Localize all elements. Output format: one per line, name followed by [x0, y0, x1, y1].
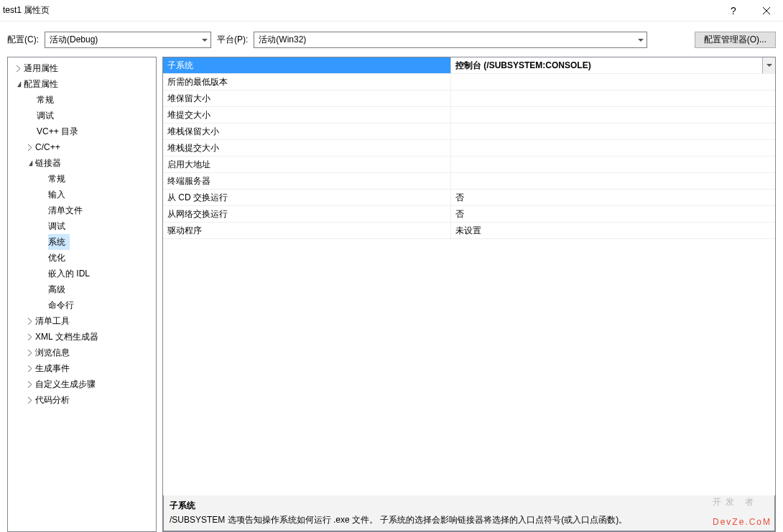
property-name: 从 CD 交换运行 [163, 190, 450, 205]
tree-item-label: 系统 [48, 234, 70, 250]
property-value[interactable]: 未设置 [450, 223, 775, 238]
property-row[interactable]: 所需的最低版本 [163, 74, 775, 90]
property-row[interactable]: 从 CD 交换运行否 [163, 190, 775, 206]
tree-item[interactable]: 高级 [8, 281, 156, 297]
tree-item-label: C/C++ [35, 139, 65, 155]
property-row[interactable]: 终端服务器 [163, 173, 775, 190]
chevron-down-icon [15, 81, 22, 88]
chevron-right-icon [24, 334, 35, 340]
tree-item[interactable]: 清单工具 [8, 313, 156, 329]
dropdown-button[interactable] [762, 57, 775, 73]
tree-item[interactable]: 调试 [8, 108, 156, 123]
tree-item-label: 清单文件 [48, 202, 87, 218]
tree-item[interactable]: 配置属性 [8, 76, 156, 92]
chevron-down-icon [202, 39, 208, 42]
description-body: /SUBSYSTEM 选项告知操作系统如何运行 .exe 文件。 子系统的选择会… [170, 513, 769, 526]
property-row[interactable]: 启用大地址 [163, 157, 775, 173]
config-row: 配置(C): 活动(Debug) 平台(P): 活动(Win32) 配置管理器(… [0, 22, 783, 57]
tree-item[interactable]: 通用属性 [8, 60, 156, 76]
property-row[interactable]: 堆保留大小 [163, 90, 775, 107]
tree-item-label: 代码分析 [35, 392, 74, 408]
platform-combo[interactable]: 活动(Win32) [254, 32, 647, 48]
tree-item[interactable]: 常规 [8, 171, 156, 187]
tree-item[interactable]: 生成事件 [8, 360, 156, 376]
property-value[interactable] [450, 173, 775, 189]
tree-item[interactable]: 嵌入的 IDL [8, 266, 156, 281]
tree-item-label: 浏览信息 [35, 345, 74, 360]
tree-item-label: 调试 [48, 218, 70, 234]
tree-item[interactable]: XML 文档生成器 [8, 329, 156, 345]
chevron-down-icon [24, 160, 35, 167]
tree-item[interactable]: 命令行 [8, 297, 156, 313]
chevron-right-icon [24, 381, 35, 388]
property-value[interactable] [450, 74, 775, 90]
tree-item-label: 配置属性 [24, 76, 62, 92]
property-value[interactable] [450, 157, 775, 172]
property-value[interactable]: 否 [450, 190, 775, 205]
property-value[interactable] [450, 123, 775, 139]
property-row[interactable]: 驱动程序未设置 [163, 223, 775, 239]
tree-item-label: 嵌入的 IDL [48, 266, 94, 281]
property-name: 堆栈保留大小 [163, 123, 450, 139]
tree-item[interactable]: 输入 [8, 187, 156, 202]
property-row[interactable]: 堆提交大小 [163, 107, 775, 123]
config-combo[interactable]: 活动(Debug) [45, 32, 211, 48]
chevron-right-icon [27, 318, 33, 325]
tree-item-label: 常规 [48, 171, 70, 187]
tree-panel: 通用属性配置属性常规调试VC++ 目录C/C++链接器常规输入清单文件调试系统优… [7, 57, 157, 532]
tree-item-label: 链接器 [35, 155, 65, 171]
chevron-right-icon [27, 144, 33, 151]
config-combo-value: 活动(Debug) [50, 34, 98, 46]
property-name: 子系统 [163, 57, 450, 73]
property-name: 终端服务器 [163, 173, 450, 189]
tree-item[interactable]: 清单文件 [8, 202, 156, 218]
tree-item[interactable]: 优化 [8, 250, 156, 266]
right-panel: 子系统控制台 (/SUBSYSTEM:CONSOLE)所需的最低版本堆保留大小堆… [162, 57, 776, 532]
tree-item-label: 命令行 [48, 297, 78, 313]
tree-item-label: 清单工具 [35, 313, 74, 329]
tree-item[interactable]: 常规 [8, 92, 156, 108]
property-row[interactable]: 子系统控制台 (/SUBSYSTEM:CONSOLE) [163, 57, 775, 74]
tree-item-label: 调试 [37, 108, 58, 123]
main-area: 通用属性配置属性常规调试VC++ 目录C/C++链接器常规输入清单文件调试系统优… [0, 57, 783, 532]
platform-label: 平台(P): [217, 34, 248, 46]
chevron-right-icon [24, 144, 35, 151]
config-manager-button[interactable]: 配置管理器(O)... [695, 32, 776, 48]
tree-item[interactable]: 系统 [8, 234, 156, 250]
tree-item-label: XML 文档生成器 [35, 329, 103, 345]
property-row[interactable]: 堆栈保留大小 [163, 123, 775, 140]
property-value[interactable]: 控制台 (/SUBSYSTEM:CONSOLE) [450, 57, 775, 73]
property-name: 堆提交大小 [163, 107, 450, 123]
help-button[interactable]: ? [717, 0, 750, 22]
property-row[interactable]: 堆栈提交大小 [163, 140, 775, 157]
close-button[interactable] [750, 0, 783, 22]
property-value[interactable] [450, 140, 775, 156]
tree-item[interactable]: VC++ 目录 [8, 123, 156, 139]
chevron-right-icon [27, 397, 33, 403]
property-value[interactable] [450, 107, 775, 123]
config-label: 配置(C): [7, 34, 39, 46]
tree-item[interactable]: C/C++ [8, 139, 156, 155]
chevron-right-icon [27, 334, 33, 340]
tree-item[interactable]: 代码分析 [8, 392, 156, 408]
tree-item-label: VC++ 目录 [37, 123, 83, 139]
chevron-right-icon [24, 397, 35, 403]
tree-item[interactable]: 浏览信息 [8, 345, 156, 360]
chevron-down-icon [766, 64, 772, 67]
tree-item[interactable]: 自定义生成步骤 [8, 376, 156, 392]
tree-item-label: 生成事件 [35, 360, 74, 376]
property-value[interactable]: 否 [450, 206, 775, 222]
chevron-right-icon [24, 318, 35, 325]
property-grid: 子系统控制台 (/SUBSYSTEM:CONSOLE)所需的最低版本堆保留大小堆… [162, 57, 776, 532]
tree-item-label: 高级 [48, 281, 70, 297]
tree-item[interactable]: 链接器 [8, 155, 156, 171]
titlebar: test1 属性页 ? [0, 0, 783, 22]
property-value[interactable] [450, 90, 775, 106]
window-title: test1 属性页 [0, 4, 717, 17]
tree-item[interactable]: 调试 [8, 218, 156, 234]
property-name: 堆栈提交大小 [163, 140, 450, 156]
property-name: 所需的最低版本 [163, 74, 450, 90]
property-row[interactable]: 从网络交换运行否 [163, 206, 775, 223]
close-icon [763, 7, 770, 14]
property-name: 驱动程序 [163, 223, 450, 238]
